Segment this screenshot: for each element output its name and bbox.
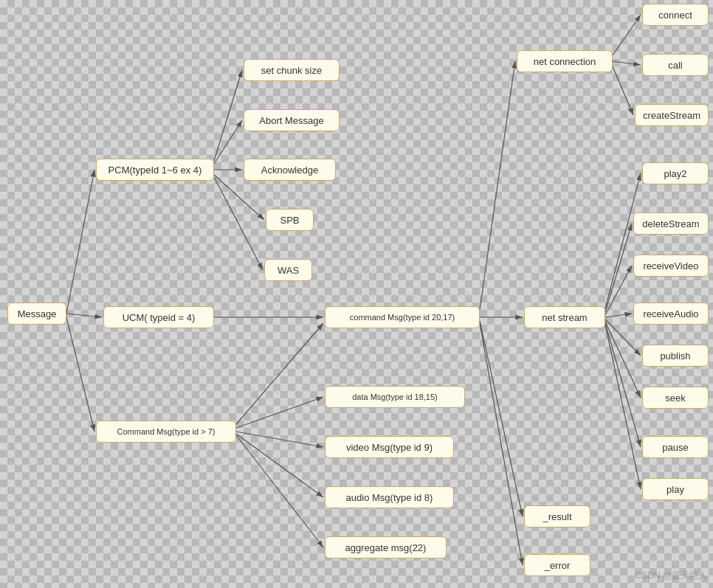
node-deletestream: deleteStream: [633, 212, 709, 235]
svg-line-5: [214, 120, 242, 164]
svg-line-19: [613, 15, 641, 55]
node-acknowledge: Acknowledge: [244, 159, 336, 181]
svg-line-12: [236, 432, 323, 447]
node-ucm: UCM( typeid = 4): [103, 306, 214, 328]
svg-line-23: [605, 224, 632, 312]
node-error: _error: [524, 554, 590, 576]
node-datamsg: data Msg(type id 18,15): [325, 386, 465, 408]
node-cmdmsg: Command Msg(type id > 7): [96, 421, 236, 443]
svg-line-17: [480, 321, 523, 516]
svg-line-22: [605, 173, 641, 308]
node-netstream: net stream: [524, 306, 605, 328]
node-spb: SPB: [266, 209, 314, 231]
svg-line-28: [605, 323, 641, 447]
node-receivevideo: receiveVideo: [633, 255, 709, 277]
svg-line-3: [66, 317, 94, 432]
svg-line-18: [480, 323, 523, 565]
node-seek: seek: [642, 387, 709, 409]
node-pcm: PCM(typeId 1~6 ex 4): [96, 159, 214, 181]
node-message: Message: [7, 302, 66, 325]
node-setchunk: set chunk size: [244, 59, 340, 81]
node-result: _result: [524, 505, 590, 528]
svg-line-24: [605, 266, 632, 315]
svg-line-4: [214, 70, 242, 161]
svg-line-29: [605, 325, 641, 489]
node-receiveaudio: receiveAudio: [633, 302, 709, 325]
node-createstream: createStream: [635, 104, 709, 126]
svg-line-14: [236, 435, 323, 547]
node-aggregatemsg: aggregate msg(22): [325, 536, 447, 558]
node-connect: connect: [642, 4, 709, 26]
svg-line-15: [480, 61, 515, 310]
node-commandmsg2: command Msg(type id 20,17): [325, 306, 480, 328]
svg-line-2: [66, 314, 102, 317]
diagram-container: MessagePCM(typeId 1~6 ex 4)UCM( typeid =…: [0, 0, 713, 588]
node-videomsg: video Msg(type id 9): [325, 436, 454, 458]
svg-line-1: [66, 170, 94, 314]
svg-line-21: [613, 66, 633, 115]
node-publish: publish: [642, 345, 709, 367]
svg-line-20: [613, 61, 641, 65]
svg-line-10: [236, 323, 323, 424]
node-call: call: [642, 54, 709, 76]
svg-line-13: [236, 434, 323, 497]
node-abort: Abort Message: [244, 109, 340, 131]
node-pause: pause: [642, 436, 709, 458]
watermark: CSDN @蓝天巨人: [635, 570, 707, 582]
node-was: WAS: [264, 259, 312, 281]
svg-line-11: [236, 397, 323, 428]
node-play2: play2: [642, 162, 709, 184]
node-netconnection: net connection: [517, 50, 613, 72]
svg-line-8: [214, 177, 263, 270]
svg-line-7: [214, 175, 264, 220]
node-audiomsg: audio Msg(type id 8): [325, 486, 454, 508]
svg-line-25: [605, 314, 632, 317]
node-play: play: [642, 478, 709, 500]
